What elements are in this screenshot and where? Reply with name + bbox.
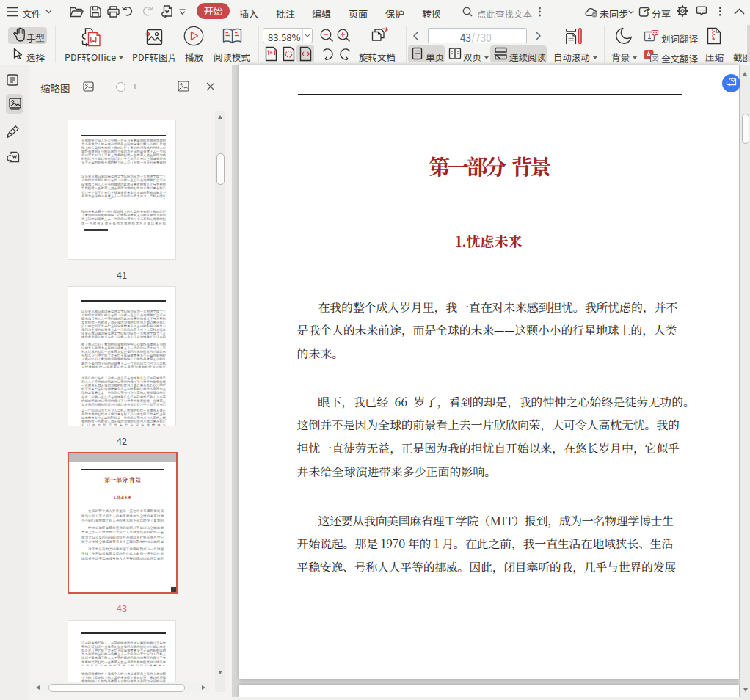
svg-text:文: 文 [652,54,658,62]
